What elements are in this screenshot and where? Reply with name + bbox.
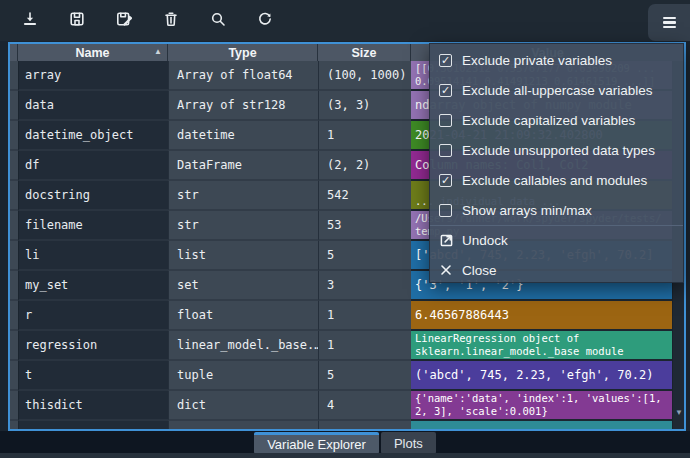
menu-item-undock[interactable]: Undock [430, 225, 683, 255]
cell-value[interactable]: {'name':'data', 'index':1, 'values':[1, … [411, 391, 684, 421]
variable-explorer-panel: Name ▲ Type Size Value arrayArray of flo… [0, 0, 690, 458]
close-icon [439, 263, 453, 277]
import-icon [21, 10, 39, 31]
toolbar [0, 0, 690, 41]
cell-name[interactable]: t [18, 361, 168, 391]
cell-type[interactable]: set [168, 271, 318, 301]
row-header[interactable] [10, 91, 18, 121]
tab-plots[interactable]: Plots [381, 432, 436, 454]
cell-size[interactable]: 1 [318, 301, 411, 331]
cell-type[interactable]: datetime [168, 121, 318, 151]
remove-variables-button[interactable] [151, 5, 191, 37]
save-icon [68, 10, 86, 31]
table-row[interactable]: regressionlinear_model._base.…1LinearReg… [10, 331, 684, 361]
cell-type-text: Array of str128 [177, 98, 285, 112]
cell-size[interactable]: 1 [318, 121, 411, 151]
checkbox-unchecked-icon[interactable] [439, 204, 452, 217]
cell-size-text: 542 [327, 188, 349, 202]
menu-item-exclude-callables-and-modules[interactable]: ✓Exclude callables and modules [430, 165, 683, 195]
row-header[interactable] [10, 301, 18, 331]
menu-item-label: Close [462, 263, 497, 278]
menu-item-close[interactable]: Close [430, 255, 683, 285]
row-header[interactable] [10, 331, 18, 361]
row-header-corner [10, 44, 18, 61]
row-header[interactable] [10, 181, 18, 211]
cell-size[interactable]: (2, 2) [318, 151, 411, 181]
search-button[interactable] [198, 5, 238, 37]
row-header[interactable] [10, 211, 18, 241]
cell-size[interactable]: 4 [318, 391, 411, 421]
refresh-button[interactable] [245, 5, 285, 37]
cell-name[interactable]: array [18, 61, 168, 91]
cell-name[interactable]: datetime_object [18, 121, 168, 151]
tab-variable-explorer[interactable]: Variable Explorer [254, 432, 379, 454]
row-header[interactable] [10, 241, 18, 271]
checkbox-checked-icon[interactable]: ✓ [439, 54, 452, 67]
table-row[interactable]: thisdictdict4{'name':'data', 'index':1, … [10, 391, 684, 421]
table-row[interactable]: rfloat16.46567886443 [10, 301, 684, 331]
menu-item-show-arrays-min-max[interactable]: Show arrays min/max [430, 195, 683, 225]
save-data-as-button[interactable] [104, 5, 144, 37]
row-header[interactable] [10, 271, 18, 301]
import-data-button[interactable] [10, 5, 50, 37]
row-header[interactable] [10, 61, 18, 91]
cell-name[interactable]: regression [18, 331, 168, 361]
scrollbar-down-arrow-icon[interactable]: ▼ [673, 405, 685, 419]
cell-value[interactable]: LinearRegression object of sklearn.linea… [411, 331, 684, 361]
cell-name[interactable]: li [18, 241, 168, 271]
cell-type[interactable]: dict [168, 391, 318, 421]
cell-type[interactable]: tuple [168, 361, 318, 391]
table-row[interactable]: ttuple5('abcd', 745, 2.23, 'efgh', 70.2) [10, 361, 684, 391]
cell-name[interactable]: df [18, 151, 168, 181]
menu-item-label: Show arrays min/max [462, 203, 592, 218]
cell-name[interactable]: my_set [18, 271, 168, 301]
column-header-type[interactable]: Type [168, 44, 318, 61]
hamburger-menu-icon [663, 17, 676, 28]
menu-item-exclude-all-uppercase-variables[interactable]: ✓Exclude all-uppercase variables [430, 75, 683, 105]
menu-item-exclude-private-variables[interactable]: ✓Exclude private variables [430, 45, 683, 75]
cell-type[interactable]: list [168, 241, 318, 271]
cell-value[interactable]: 6.46567886443 [411, 301, 684, 331]
cell-name[interactable]: docstring [18, 181, 168, 211]
cell-type[interactable]: str [168, 181, 318, 211]
cell-size[interactable]: 5 [318, 241, 411, 271]
cell-size[interactable]: 542 [318, 181, 411, 211]
row-header[interactable] [10, 121, 18, 151]
column-header-name[interactable]: Name ▲ [18, 44, 168, 61]
cell-type[interactable]: Array of float64 [168, 61, 318, 91]
checkbox-unchecked-icon[interactable] [439, 114, 452, 127]
menu-item-exclude-capitalized-variables[interactable]: Exclude capitalized variables [430, 105, 683, 135]
menu-item-label: Exclude capitalized variables [462, 113, 635, 128]
checkbox-unchecked-icon[interactable] [439, 144, 452, 157]
menu-item-label: Exclude callables and modules [462, 173, 647, 188]
cell-type[interactable]: str [168, 211, 318, 241]
cell-size[interactable]: 5 [318, 361, 411, 391]
row-header[interactable] [10, 361, 18, 391]
cell-type[interactable]: linear_model._base.… [168, 331, 318, 361]
cell-value[interactable]: ('abcd', 745, 2.23, 'efgh', 70.2) [411, 361, 684, 391]
tab-label: Plots [394, 436, 423, 451]
cell-size[interactable]: 1 [318, 331, 411, 361]
cell-size[interactable]: 53 [318, 211, 411, 241]
checkbox-checked-icon[interactable]: ✓ [439, 174, 452, 187]
menu-item-exclude-unsupported-data-types[interactable]: Exclude unsupported data types [430, 135, 683, 165]
cell-name[interactable]: thisdict [18, 391, 168, 421]
cell-size-text: 1 [327, 308, 334, 322]
checkbox-checked-icon[interactable]: ✓ [439, 84, 452, 97]
row-header[interactable] [10, 151, 18, 181]
cell-type[interactable]: Array of str128 [168, 91, 318, 121]
sort-ascending-icon: ▲ [154, 47, 162, 56]
cell-name-text: array [25, 68, 61, 82]
cell-name[interactable]: data [18, 91, 168, 121]
column-header-size[interactable]: Size [318, 44, 411, 61]
cell-name[interactable]: r [18, 301, 168, 331]
save-data-button[interactable] [57, 5, 97, 37]
cell-size[interactable]: (3, 3) [318, 91, 411, 121]
options-menu-button[interactable] [648, 4, 690, 41]
cell-type[interactable]: float [168, 301, 318, 331]
cell-size[interactable]: (100, 1000) [318, 61, 411, 91]
cell-name[interactable]: filename [18, 211, 168, 241]
cell-type[interactable]: DataFrame [168, 151, 318, 181]
cell-size[interactable]: 3 [318, 271, 411, 301]
row-header[interactable] [10, 391, 18, 421]
